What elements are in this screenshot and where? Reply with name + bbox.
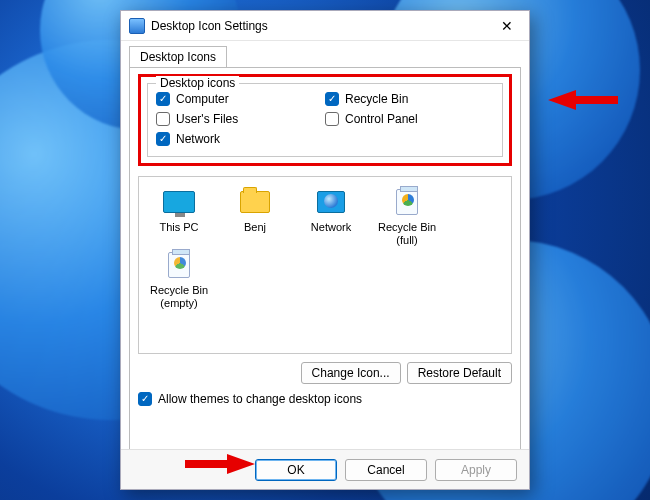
icon-label: Recycle Bin (empty) xyxy=(145,284,213,309)
tab-panel: Desktop icons Computer User's Files xyxy=(129,67,521,467)
checkbox-network[interactable]: Network xyxy=(156,132,325,146)
preview-icon-recycle-bin-full[interactable]: Recycle Bin (full) xyxy=(373,187,441,246)
tabstrip: Desktop Icons xyxy=(121,41,529,67)
preview-icon-recycle-bin-empty[interactable]: Recycle Bin (empty) xyxy=(145,250,213,309)
checkbox-computer[interactable]: Computer xyxy=(156,92,325,106)
recycle-bin-full-icon xyxy=(389,187,425,217)
checkbox-control-panel[interactable]: Control Panel xyxy=(325,112,494,126)
close-button[interactable]: ✕ xyxy=(493,16,521,36)
check-icon xyxy=(156,92,170,106)
cancel-button[interactable]: Cancel xyxy=(345,459,427,481)
group-title: Desktop icons xyxy=(156,76,239,90)
check-icon xyxy=(138,392,152,406)
check-icon xyxy=(325,112,339,126)
icon-label: Network xyxy=(311,221,351,234)
checkbox-recycle-bin[interactable]: Recycle Bin xyxy=(325,92,494,106)
desktop-icons-group-highlight: Desktop icons Computer User's Files xyxy=(138,74,512,166)
checkbox-label: User's Files xyxy=(176,112,238,126)
monitor-icon xyxy=(161,187,197,217)
icon-preview-area: This PC Benj Network Recycle Bin (full) … xyxy=(138,176,512,354)
tab-desktop-icons[interactable]: Desktop Icons xyxy=(129,46,227,68)
checkbox-label: Recycle Bin xyxy=(345,92,408,106)
checkbox-label: Control Panel xyxy=(345,112,418,126)
checkbox-allow-themes[interactable]: Allow themes to change desktop icons xyxy=(138,392,512,406)
folder-icon xyxy=(237,187,273,217)
check-icon xyxy=(156,112,170,126)
checkbox-label: Allow themes to change desktop icons xyxy=(158,392,362,406)
preview-icon-this-pc[interactable]: This PC xyxy=(145,187,213,246)
app-icon xyxy=(129,18,145,34)
desktop-icons-group: Desktop icons Computer User's Files xyxy=(147,83,503,157)
apply-button[interactable]: Apply xyxy=(435,459,517,481)
check-icon xyxy=(156,132,170,146)
titlebar: Desktop Icon Settings ✕ xyxy=(121,11,529,41)
dialog-footer: OK Cancel Apply xyxy=(121,449,529,489)
desktop-icon-settings-dialog: Desktop Icon Settings ✕ Desktop Icons De… xyxy=(120,10,530,490)
window-title: Desktop Icon Settings xyxy=(151,19,493,33)
checkbox-label: Network xyxy=(176,132,220,146)
icon-label: This PC xyxy=(159,221,198,234)
recycle-bin-empty-icon xyxy=(161,250,197,280)
preview-icon-user-folder[interactable]: Benj xyxy=(221,187,289,246)
checkbox-users-files[interactable]: User's Files xyxy=(156,112,325,126)
ok-button[interactable]: OK xyxy=(255,459,337,481)
restore-default-button[interactable]: Restore Default xyxy=(407,362,512,384)
change-icon-button[interactable]: Change Icon... xyxy=(301,362,401,384)
checkbox-label: Computer xyxy=(176,92,229,106)
preview-icon-network[interactable]: Network xyxy=(297,187,365,246)
network-icon xyxy=(313,187,349,217)
icon-label: Recycle Bin (full) xyxy=(373,221,441,246)
check-icon xyxy=(325,92,339,106)
icon-label: Benj xyxy=(244,221,266,234)
